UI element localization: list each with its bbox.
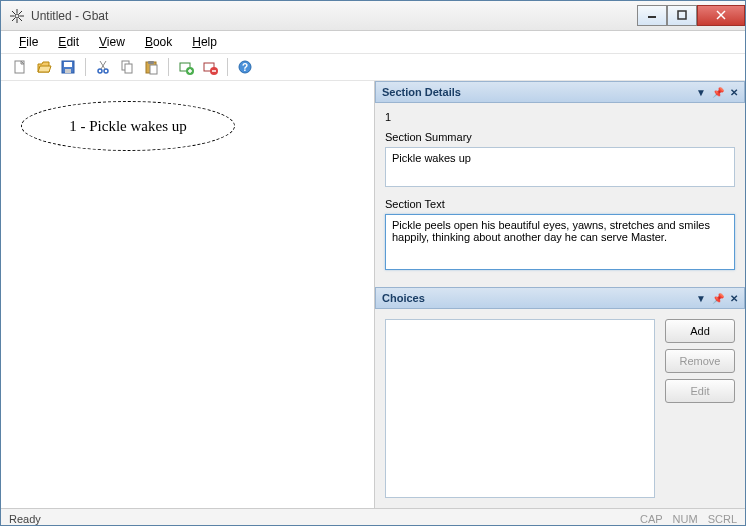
svg-rect-16: [65, 69, 71, 73]
svg-line-6: [19, 18, 22, 21]
svg-line-7: [19, 11, 22, 14]
window-title: Untitled - Gbat: [31, 9, 108, 23]
status-ready: Ready: [9, 513, 41, 525]
menu-edit[interactable]: Edit: [50, 33, 87, 51]
svg-line-19: [101, 61, 106, 69]
summary-label: Section Summary: [385, 131, 735, 143]
open-file-icon[interactable]: [33, 56, 55, 78]
menubar: File Edit View Book Help: [1, 31, 745, 53]
pin-icon[interactable]: 📌: [712, 87, 724, 98]
app-icon: [9, 8, 25, 24]
main-area: 1 - Pickle wakes up Section Details ▼ 📌 …: [1, 81, 745, 508]
section-details-header: Section Details ▼ 📌 ✕: [375, 81, 745, 103]
toolbar: ?: [1, 53, 745, 81]
dropdown-icon[interactable]: ▼: [696, 87, 706, 98]
save-icon[interactable]: [57, 56, 79, 78]
choices-title: Choices: [382, 292, 425, 304]
dropdown-icon[interactable]: ▼: [696, 293, 706, 304]
section-details-body: 1 Section Summary Section Text: [375, 103, 745, 281]
toolbar-separator: [85, 58, 86, 76]
section-node[interactable]: 1 - Pickle wakes up: [21, 101, 235, 151]
section-number: 1: [385, 111, 735, 123]
choices-list[interactable]: [385, 319, 655, 498]
choices-header: Choices ▼ 📌 ✕: [375, 287, 745, 309]
section-details-title: Section Details: [382, 86, 461, 98]
close-button[interactable]: [697, 5, 745, 26]
add-node-icon[interactable]: [175, 56, 197, 78]
statusbar: Ready CAP NUM SCRL: [1, 508, 745, 526]
copy-icon[interactable]: [116, 56, 138, 78]
svg-rect-15: [64, 62, 72, 67]
right-panel: Section Details ▼ 📌 ✕ 1 Section Summary …: [375, 81, 745, 508]
choices-body: Add Remove Edit: [375, 309, 745, 508]
status-cap: CAP: [640, 513, 663, 525]
section-text-input[interactable]: [385, 214, 735, 270]
status-scrl: SCRL: [708, 513, 737, 525]
menu-book[interactable]: Book: [137, 33, 180, 51]
svg-point-18: [104, 69, 108, 73]
status-num: NUM: [673, 513, 698, 525]
window-controls: [637, 6, 745, 26]
maximize-button[interactable]: [667, 5, 697, 26]
pin-icon[interactable]: 📌: [712, 293, 724, 304]
new-file-icon[interactable]: [9, 56, 31, 78]
minimize-button[interactable]: [637, 5, 667, 26]
menu-help[interactable]: Help: [184, 33, 225, 51]
svg-text:?: ?: [242, 62, 248, 73]
menu-file[interactable]: File: [11, 33, 46, 51]
text-label: Section Text: [385, 198, 735, 210]
svg-rect-24: [148, 61, 154, 64]
titlebar: Untitled - Gbat: [1, 1, 745, 31]
close-panel-icon[interactable]: ✕: [730, 87, 738, 98]
close-panel-icon[interactable]: ✕: [730, 293, 738, 304]
section-node-label: 1 - Pickle wakes up: [69, 118, 186, 135]
remove-button[interactable]: Remove: [665, 349, 735, 373]
toolbar-separator: [227, 58, 228, 76]
add-button[interactable]: Add: [665, 319, 735, 343]
svg-point-0: [15, 14, 19, 18]
svg-line-20: [100, 61, 105, 69]
menu-view[interactable]: View: [91, 33, 133, 51]
cut-icon[interactable]: [92, 56, 114, 78]
canvas[interactable]: 1 - Pickle wakes up: [1, 81, 375, 508]
svg-rect-22: [125, 64, 132, 73]
choices-buttons: Add Remove Edit: [665, 319, 735, 498]
edit-button[interactable]: Edit: [665, 379, 735, 403]
svg-point-17: [98, 69, 102, 73]
svg-rect-10: [678, 11, 686, 19]
svg-line-8: [12, 18, 15, 21]
svg-rect-25: [150, 65, 157, 74]
summary-input[interactable]: [385, 147, 735, 187]
paste-icon[interactable]: [140, 56, 162, 78]
svg-line-5: [12, 11, 15, 14]
toolbar-separator: [168, 58, 169, 76]
remove-node-icon[interactable]: [199, 56, 221, 78]
help-icon[interactable]: ?: [234, 56, 256, 78]
